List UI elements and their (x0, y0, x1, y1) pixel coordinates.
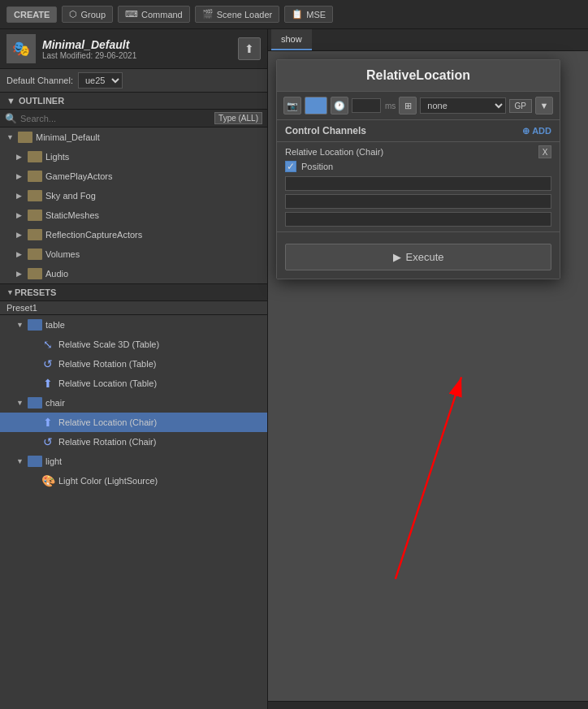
project-icon: 🎭 (6, 34, 36, 63)
folder-icon (28, 171, 42, 182)
svg-line-1 (396, 377, 461, 579)
tree-item-static-meshes[interactable]: ▶ StaticMeshes (0, 205, 267, 225)
modal-clock-icon[interactable]: 🕐 (331, 97, 348, 115)
group-icon: ⬡ (69, 9, 77, 19)
tree-arrow: ▶ (16, 270, 24, 278)
tree-item-sky-fog[interactable]: ▶ Sky and Fog (0, 186, 267, 205)
tree-item-rotation-table[interactable]: ↺ Relative Rotation (Table) (0, 354, 267, 374)
project-name: Minimal_Default (42, 38, 231, 51)
tree-item-light[interactable]: ▼ light (0, 452, 267, 471)
rotate-icon: ↺ (41, 357, 55, 371)
scene-loader-icon: 🎬 (202, 9, 214, 19)
channel-item-header: Relative Location (Chair) X (285, 145, 551, 158)
outliner-label: OUTLINER (19, 96, 64, 106)
tree-item-volumes[interactable]: ▶ Volumes (0, 244, 267, 264)
position-label: Position (301, 162, 333, 171)
tree-arrow: ▼ (6, 133, 15, 141)
tree-item-location-chair[interactable]: ⬆ Relative Location (Chair) (0, 413, 267, 432)
create-button[interactable]: CREATE (6, 6, 57, 23)
modal-dropdown-icon[interactable]: ▼ (535, 97, 553, 115)
type-badge[interactable]: Type (ALL) (214, 112, 262, 124)
tree-arrow: ▼ (16, 457, 24, 465)
add-label: ADD (532, 126, 551, 136)
modal-title: RelativeLocation (277, 60, 560, 92)
presets-arrow: ▼ (6, 288, 15, 296)
panel-title-bar: 🎭 Minimal_Default Last Modified: 29-06-2… (0, 29, 267, 69)
tab-show[interactable]: show (271, 29, 312, 50)
folder-icon (28, 249, 42, 260)
search-input[interactable] (20, 114, 211, 123)
tree-arrow: ▼ (16, 321, 24, 329)
presets-header[interactable]: ▼ PRESETS (0, 283, 267, 301)
execute-label: Execute (406, 251, 444, 263)
execute-area: ▶ Execute (277, 232, 560, 279)
create-label: CREATE (14, 10, 50, 19)
folder-icon (28, 190, 42, 201)
folder-icon (28, 151, 42, 162)
tree-item-gameplay[interactable]: ▶ GamePlayActors (0, 166, 267, 186)
ctrl-channels-header: Control Channels ⊕ ADD (277, 120, 560, 142)
tree-arrow: ▶ (16, 231, 24, 239)
search-row: 🔍 Type (ALL) (0, 110, 267, 128)
upload-button[interactable]: ⬆ (238, 37, 261, 60)
tree-item-table[interactable]: ▼ table (0, 315, 267, 335)
tree-arrow: ▶ (16, 192, 24, 200)
modal-time-input[interactable]: 0 (352, 98, 381, 113)
scene-loader-button[interactable]: 🎬 Scene Loader (195, 6, 280, 23)
position-checkbox[interactable]: ✓ (285, 161, 296, 172)
value-field-3[interactable]: 30.0 (285, 212, 551, 227)
panel-title-info: Minimal_Default Last Modified: 29-06-202… (42, 38, 231, 60)
modal-time-unit: ms (385, 102, 396, 110)
tree-item-minimal-default[interactable]: ▼ Minimal_Default (0, 128, 267, 147)
modal-camera-icon[interactable]: 📷 (283, 97, 301, 115)
top-bar: CREATE ⬡ Group ⌨ Command 🎬 Scene Loader … (0, 0, 588, 29)
folder-icon (28, 397, 42, 409)
folder-icon (28, 319, 42, 331)
modal-box: RelativeLocation 📷 🕐 0 ms ⊞ none GP ▼ (276, 59, 560, 279)
locate-icon: ⬆ (41, 415, 55, 430)
bottom-scrollbar[interactable] (268, 701, 588, 709)
folder-icon (28, 456, 42, 467)
add-channel-button[interactable]: ⊕ ADD (522, 126, 551, 136)
position-row: ✓ Position (285, 158, 551, 175)
tree-item-rotation-chair[interactable]: ↺ Relative Rotation (Chair) (0, 432, 267, 452)
default-channel-label: Default Channel: (6, 76, 73, 85)
ctrl-channels-title: Control Channels (285, 125, 366, 136)
tree-item-light-color[interactable]: 🎨 Light Color (LightSource) (0, 471, 267, 491)
tree-arrow: ▶ (16, 211, 24, 219)
tree-arrow: ▶ (16, 172, 24, 180)
channel-item: Relative Location (Chair) X ✓ Position -… (277, 142, 560, 232)
project-modified: Last Modified: 29-06-2021 (42, 51, 231, 60)
tabs-bar: show (268, 29, 588, 51)
right-content: RelativeLocation 📷 🕐 0 ms ⊞ none GP ▼ (268, 51, 588, 701)
folder-icon (28, 229, 42, 240)
modal-gp-button[interactable]: GP (509, 99, 532, 113)
tree-item-scale3d-table[interactable]: ⤡ Relative Scale 3D (Table) (0, 335, 267, 354)
tree-arrow: ▶ (16, 153, 24, 161)
mse-icon: 📋 (292, 9, 303, 19)
command-button[interactable]: ⌨ Command (118, 6, 190, 23)
group-button[interactable]: ⬡ Group (62, 6, 113, 23)
tree-item-lights[interactable]: ▶ Lights (0, 147, 267, 166)
execute-button[interactable]: ▶ Execute (285, 244, 551, 270)
modal-channel-select[interactable]: none (420, 97, 505, 114)
folder-icon (28, 210, 42, 221)
search-icon: 🔍 (5, 113, 17, 124)
channel-item-label: Relative Location (Chair) (285, 147, 383, 157)
folder-icon (18, 132, 32, 143)
preset1-label: Preset1 (0, 301, 267, 315)
mse-button[interactable]: 📋 MSE (284, 6, 333, 23)
value-field-1[interactable]: -113.0 (285, 176, 551, 191)
modal-grid-icon[interactable]: ⊞ (399, 97, 417, 115)
tree-item-location-table[interactable]: ⬆ Relative Location (Table) (0, 374, 267, 393)
value-field-2[interactable]: 143.0 (285, 194, 551, 209)
modal-color-picker[interactable] (305, 97, 327, 115)
scale-icon: ⤡ (41, 337, 55, 352)
tree-item-reflection[interactable]: ▶ ReflectionCaptureActors (0, 225, 267, 244)
tree-item-chair[interactable]: ▼ chair (0, 393, 267, 413)
default-channel-select[interactable]: ue25 (78, 72, 123, 89)
tree-item-audio[interactable]: ▶ Audio (0, 264, 267, 283)
outliner-header[interactable]: ▼ OUTLINER (0, 93, 267, 110)
channel-close-button[interactable]: X (538, 145, 551, 158)
command-icon: ⌨ (125, 9, 138, 19)
